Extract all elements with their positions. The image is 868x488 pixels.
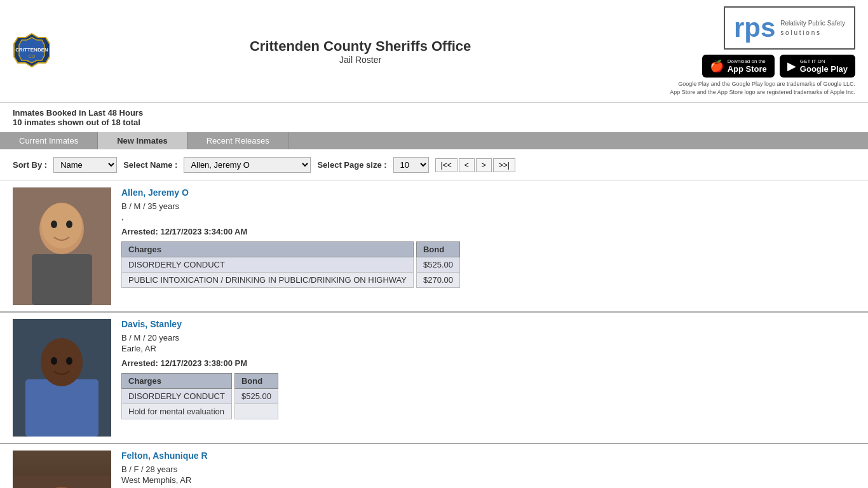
table-row: $270.00	[416, 273, 459, 288]
tab-current-inmates[interactable]: Current Inmates	[0, 132, 98, 149]
bond-header: Bond	[234, 374, 278, 389]
inmate-address: Earle, AR	[121, 344, 855, 353]
header-logo-area: rps Relativity Public Safety s o l u t i…	[670, 6, 855, 96]
svg-point-12	[41, 338, 83, 386]
googleplay-badge[interactable]: ▶ GET IT ON Google Play	[780, 55, 855, 78]
app-badges-area: 🍎 Download on the App Store ▶ GET IT ON …	[702, 55, 855, 78]
inmate-address: ,	[121, 212, 855, 222]
table-row: Hold for mental evaluation	[122, 404, 232, 419]
page-first-btn[interactable]: |<<	[435, 158, 458, 172]
svg-rect-11	[25, 379, 98, 437]
svg-rect-15	[13, 476, 111, 488]
appstore-small-label: Download on the	[728, 58, 767, 64]
nav-tabs: Current Inmates New Inmates Recent Relea…	[0, 132, 868, 149]
googleplay-small-label: GET IT ON	[800, 58, 848, 64]
inmate-arrested: Arrested: 12/17/2023 3:38:00 PM	[121, 358, 855, 368]
charges-header: Charges	[122, 242, 414, 257]
inmate-arrested: Arrested: 12/17/2023 3:34:00 AM	[121, 227, 855, 236]
table-row	[234, 404, 278, 419]
sort-select[interactable]: Name Arrest Date	[53, 157, 117, 173]
info-bar: Inmates Booked in Last 48 Hours 10 inmat…	[0, 103, 868, 132]
charges-table: Charges DISORDERLY CONDUCT PUBLIC INTOXI…	[121, 241, 414, 288]
inmate-info: Allen, Jeremy O B / M / 35 years , Arres…	[121, 187, 855, 305]
booking-info-line1: Inmates Booked in Last 48 Hours	[13, 108, 855, 118]
charges-header: Charges	[122, 374, 232, 389]
inmate-demographics: B / F / 28 years	[121, 464, 855, 474]
googleplay-icon: ▶	[787, 59, 796, 73]
sheriff-badge: CRITTENDEN CO	[13, 31, 51, 71]
charges-area: Charges DISORDERLY CONDUCT Hold for ment…	[121, 373, 855, 419]
svg-point-9	[66, 220, 72, 228]
svg-point-13	[51, 357, 57, 365]
booking-info-line2: 10 inmates shown out of 18 total	[13, 118, 855, 127]
charges-table: Charges DISORDERLY CONDUCT Hold for ment…	[121, 373, 232, 419]
inmate-photo	[13, 319, 111, 437]
rps-logo-letters: rps	[734, 13, 775, 43]
bond-table: Bond $525.00 $270.00	[416, 241, 460, 288]
apple-icon: 🍎	[710, 59, 724, 73]
svg-point-7	[41, 203, 82, 248]
inmate-name[interactable]: Felton, Ashunique R	[121, 451, 855, 461]
inmate-list: Allen, Jeremy O B / M / 35 years , Arres…	[0, 181, 868, 488]
inmate-photo	[13, 451, 111, 488]
svg-point-8	[51, 220, 57, 228]
svg-rect-6	[32, 254, 92, 305]
rps-logo-tagline: Relativity Public Safety s o l u t i o n…	[780, 18, 845, 37]
page-prev-btn[interactable]: <	[459, 158, 475, 172]
table-row: $525.00	[416, 257, 459, 273]
inmate-name[interactable]: Davis, Stanley	[121, 319, 855, 329]
tab-recent-releases[interactable]: Recent Releases	[187, 132, 289, 149]
inmate-record: Allen, Jeremy O B / M / 35 years , Arres…	[0, 181, 868, 313]
inmate-demographics: B / M / 20 years	[121, 333, 855, 342]
inmate-address: West Memphis, AR	[121, 475, 855, 485]
header-title-area: Crittenden County Sheriffs Office Jail R…	[51, 38, 670, 65]
trademark-text: Google Play and the Google Play logo are…	[670, 80, 855, 96]
office-title: Crittenden County Sheriffs Office	[51, 38, 670, 55]
name-label: Select Name :	[123, 160, 177, 170]
appstore-large-label: App Store	[728, 64, 767, 74]
inmate-demographics: B / M / 35 years	[121, 201, 855, 211]
bond-table: Bond $525.00	[234, 373, 278, 419]
page-next-btn[interactable]: >	[476, 158, 492, 172]
sort-label: Sort By :	[13, 160, 47, 170]
tab-new-inmates[interactable]: New Inmates	[98, 132, 187, 149]
table-row: DISORDERLY CONDUCT	[122, 389, 232, 404]
name-select[interactable]: Allen, Jeremy O Davis, Stanley Felton, A…	[184, 157, 311, 173]
page-last-btn[interactable]: >>|	[493, 158, 515, 172]
roster-subtitle: Jail Roster	[51, 55, 670, 65]
inmate-name[interactable]: Allen, Jeremy O	[121, 187, 855, 198]
googleplay-large-label: Google Play	[800, 64, 848, 74]
inmate-photo	[13, 187, 111, 305]
page-header: CRITTENDEN CO Crittenden County Sheriffs…	[0, 0, 868, 103]
inmate-info: Davis, Stanley B / M / 20 years Earle, A…	[121, 319, 855, 437]
pagination: |<< < > >>|	[435, 158, 515, 172]
charges-area: Charges DISORDERLY CONDUCT PUBLIC INTOXI…	[121, 241, 855, 288]
appstore-badge[interactable]: 🍎 Download on the App Store	[702, 55, 775, 78]
table-row: DISORDERLY CONDUCT	[122, 257, 414, 273]
svg-text:CRITTENDEN: CRITTENDEN	[15, 47, 48, 53]
bond-header: Bond	[416, 242, 459, 257]
inmate-info: Felton, Ashunique R B / F / 28 years Wes…	[121, 451, 855, 488]
svg-point-14	[66, 357, 72, 365]
pagesize-label: Select Page size :	[317, 160, 386, 170]
inmate-record: Felton, Ashunique R B / F / 28 years Wes…	[0, 444, 868, 488]
controls-bar: Sort By : Name Arrest Date Select Name :…	[0, 149, 868, 181]
pagesize-select[interactable]: 10 25 50 100	[393, 157, 429, 173]
table-row: $525.00	[234, 389, 278, 404]
table-row: PUBLIC INTOXICATION / DRINKING IN PUBLIC…	[122, 273, 414, 288]
inmate-record: Davis, Stanley B / M / 20 years Earle, A…	[0, 313, 868, 444]
svg-text:CO: CO	[29, 54, 36, 58]
